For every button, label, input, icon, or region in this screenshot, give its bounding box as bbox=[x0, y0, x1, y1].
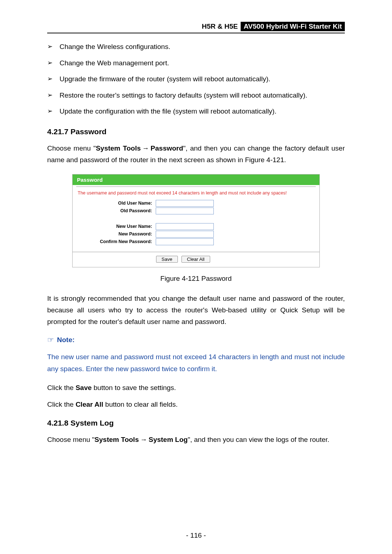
section-heading-system-log: 4.21.8 System Log bbox=[47, 419, 345, 427]
bullet-text: Upgrade the firmware of the router (syst… bbox=[60, 74, 270, 84]
bullet-text: Change the Web management port. bbox=[60, 58, 169, 68]
form-row-old-user: Old User Name: bbox=[73, 200, 319, 207]
save-button[interactable]: Save bbox=[156, 256, 178, 263]
list-item: ➢ Change the Wireless configurations. bbox=[47, 42, 345, 52]
label-new-user: New User Name: bbox=[78, 224, 156, 229]
bullet-text: Change the Wireless configurations. bbox=[60, 42, 170, 52]
old-user-name-input[interactable] bbox=[156, 200, 214, 207]
bullet-text: Restore the router's settings to factory… bbox=[60, 91, 307, 100]
note-heading: ☞ Note: bbox=[47, 336, 345, 344]
label-confirm: Confirm New Password: bbox=[78, 239, 156, 244]
note-label: Note: bbox=[57, 336, 75, 344]
clear-all-button[interactable]: Clear All bbox=[181, 256, 210, 263]
menu-path-system-tools: System Tools bbox=[94, 436, 139, 443]
header-product-badge: AV500 Hybrid Wi-Fi Starter Kit bbox=[241, 22, 345, 31]
bullet-icon: ➢ bbox=[47, 74, 60, 83]
form-row-old-pass: Old Password: bbox=[73, 208, 319, 214]
pointing-hand-icon: ☞ bbox=[47, 336, 54, 344]
list-item: ➢ Restore the router's settings to facto… bbox=[47, 91, 345, 100]
form-row-new-pass: New Password: bbox=[73, 231, 319, 238]
divider bbox=[76, 186, 316, 187]
menu-path-system-log: System Log bbox=[148, 436, 188, 443]
list-item: ➢ Upgrade the firmware of the router (sy… bbox=[47, 74, 345, 84]
form-row-confirm: Confirm New Password: bbox=[73, 238, 319, 245]
label-new-pass: New Password: bbox=[78, 231, 156, 237]
menu-path-system-tools: System Tools bbox=[96, 144, 141, 152]
system-log-intro-paragraph: Choose menu "System Tools→System Log", a… bbox=[47, 434, 345, 446]
save-instruction: Click the Save button to save the settin… bbox=[47, 382, 345, 394]
label-old-pass: Old Password: bbox=[78, 208, 156, 213]
page-header: H5R & H5E AV500 Hybrid Wi-Fi Starter Kit bbox=[47, 22, 345, 33]
figure-caption: Figure 4-121 Password bbox=[47, 275, 345, 283]
form-row-new-user: New User Name: bbox=[73, 223, 319, 230]
section-heading-password: 4.21.7 Password bbox=[47, 127, 345, 136]
password-intro-paragraph: Choose menu "System Tools→Password", and… bbox=[47, 143, 345, 166]
list-item: ➢ Change the Web management port. bbox=[47, 58, 345, 68]
bullet-icon: ➢ bbox=[47, 58, 60, 67]
header-model: H5R & H5E bbox=[202, 22, 238, 30]
recommendation-paragraph: It is strongly recommended that you chan… bbox=[47, 293, 345, 328]
note-body: The new user name and password must not … bbox=[47, 351, 345, 375]
button-row: Save Clear All bbox=[73, 252, 319, 267]
page-number: - 116 - bbox=[0, 532, 392, 539]
password-screenshot: Password The username and password must … bbox=[72, 174, 320, 267]
arrow-icon: → bbox=[140, 434, 147, 446]
new-password-input[interactable] bbox=[156, 231, 214, 238]
bullet-icon: ➢ bbox=[47, 107, 60, 116]
confirm-password-input[interactable] bbox=[156, 238, 214, 245]
list-item: ➢ Update the configuration with the file… bbox=[47, 107, 345, 116]
panel-title: Password bbox=[73, 175, 319, 185]
warning-text: The username and password must not excee… bbox=[73, 189, 319, 199]
label-old-user: Old User Name: bbox=[78, 201, 156, 206]
clear-instruction: Click the Clear All button to clear all … bbox=[47, 399, 345, 410]
bullet-icon: ➢ bbox=[47, 42, 60, 51]
bullet-icon: ➢ bbox=[47, 91, 60, 100]
old-password-input[interactable] bbox=[156, 208, 214, 214]
bullet-text: Update the configuration with the file (… bbox=[60, 107, 277, 116]
menu-path-password: Password bbox=[151, 144, 183, 152]
action-bullet-list: ➢ Change the Wireless configurations. ➢ … bbox=[47, 42, 345, 116]
arrow-icon: → bbox=[142, 143, 149, 154]
new-user-name-input[interactable] bbox=[156, 223, 214, 230]
